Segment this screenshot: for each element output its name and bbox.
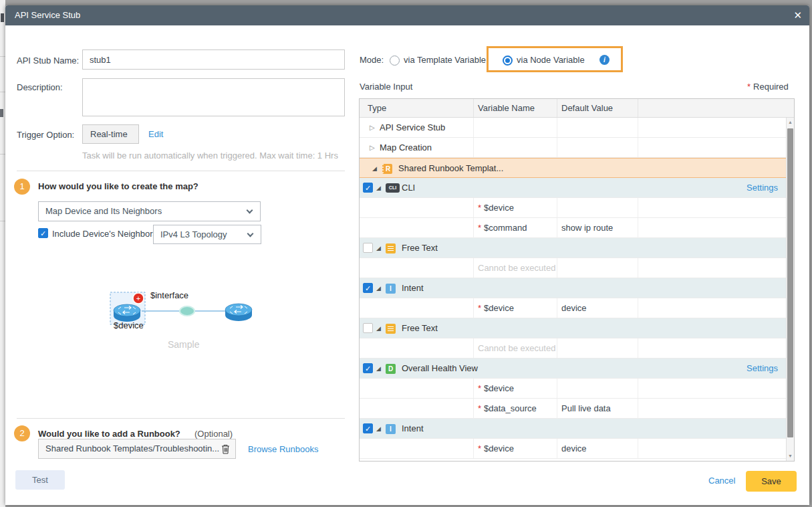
row-checkbox[interactable]: ✓ (363, 283, 373, 293)
required-star: * (478, 383, 481, 393)
info-icon[interactable]: i (599, 55, 610, 65)
table-row: *$devicedevice (360, 439, 787, 459)
table-row: ✓◢IIntent (360, 419, 787, 439)
collapse-toggle-icon[interactable]: ▷ (370, 138, 375, 158)
dialog-title: API Service Stub (15, 5, 80, 25)
column-header: Type (360, 99, 474, 117)
description-label: Description: (17, 82, 63, 92)
api-stub-name-input[interactable] (82, 49, 345, 70)
optional-label: (Optional) (194, 429, 233, 439)
trigger-edit-link[interactable]: Edit (148, 129, 163, 139)
mode-radio-node-variable[interactable] (503, 56, 513, 66)
device-variable-label: $device (114, 320, 144, 330)
trigger-option-label: Trigger Option: (17, 130, 74, 140)
scroll-down-arrow[interactable]: ▼ (787, 451, 794, 461)
row-settings-link[interactable]: Settings (747, 359, 778, 379)
include-neighbors-checkbox[interactable]: ✓ (38, 228, 48, 238)
mode-label: Mode: (360, 55, 384, 65)
variable-name: $device (484, 383, 514, 393)
close-icon[interactable]: ✕ (793, 5, 802, 25)
interface-variable-label: $interface (150, 290, 188, 300)
device-router-icon[interactable] (114, 304, 140, 322)
group-row-label: API Service Stub (380, 118, 445, 138)
chevron-down-icon (247, 231, 254, 237)
scroll-up-arrow[interactable]: ▲ (787, 118, 794, 127)
variable-input-table: TypeVariable NameDefault Value ▷API Serv… (359, 98, 795, 462)
required-star: * (478, 303, 481, 313)
expand-toggle-icon[interactable]: ◢ (376, 278, 381, 298)
background-page-strip (0, 0, 5, 507)
table-row: ◢Free Text (360, 238, 787, 258)
health-icon: D (386, 364, 396, 374)
runbook-field[interactable]: Shared Runbook Templates/Troubleshootin.… (38, 439, 236, 459)
row-settings-link[interactable]: Settings (747, 178, 778, 198)
row-checkbox[interactable] (363, 243, 373, 253)
expand-toggle-icon[interactable]: ◢ (372, 159, 377, 179)
collapse-toggle-icon[interactable]: ▷ (370, 118, 375, 138)
topology-select[interactable]: IPv4 L3 Topology (153, 225, 261, 244)
trash-icon[interactable] (221, 444, 230, 454)
expand-toggle-icon[interactable]: ◢ (376, 238, 381, 258)
required-legend: *Required (747, 82, 789, 92)
expand-toggle-icon[interactable]: ◢ (376, 318, 381, 338)
required-star: * (747, 82, 751, 92)
table-row: ▷API Service Stub (360, 118, 787, 138)
row-checkbox[interactable] (363, 323, 373, 333)
test-button[interactable]: Test (15, 470, 65, 490)
intent-icon: I (386, 284, 396, 294)
map-type-select[interactable]: Map Device and Its Neighbors (38, 201, 261, 221)
column-header (638, 99, 794, 117)
svg-text:+: + (136, 294, 140, 302)
step-2-badge: 2 (14, 425, 30, 441)
table-row: Cannot be executed (360, 258, 787, 278)
mode-radio-template-variable[interactable] (390, 56, 400, 66)
row-checkbox[interactable]: ✓ (363, 423, 373, 433)
variable-name: $command (484, 223, 527, 233)
node-row-label: CLI (402, 178, 415, 198)
api-service-stub-dialog: API Service Stub ✕ API Stub Name: Descri… (5, 5, 809, 505)
default-value: device (557, 439, 638, 458)
table-body: ▷API Service Stub▷Map Creation◢RShared R… (360, 118, 787, 461)
table-row: ◢Free Text (360, 318, 787, 338)
table-row: *$device (360, 379, 787, 399)
chevron-down-icon (247, 207, 253, 214)
note-text: Cannot be executed (474, 338, 557, 358)
expand-toggle-icon[interactable]: ◢ (376, 178, 381, 198)
expand-toggle-icon[interactable]: ◢ (376, 419, 381, 439)
step-1-badge: 1 (14, 179, 30, 195)
description-input[interactable] (82, 78, 345, 116)
table-row: ✓◢CLICLISettings (360, 178, 787, 198)
neighbor-router-icon[interactable] (225, 304, 252, 321)
dialog-titlebar: API Service Stub ✕ (5, 5, 809, 25)
mode-node-variable-label[interactable]: via Node Variable (517, 55, 585, 65)
table-header: TypeVariable NameDefault Value (360, 99, 794, 118)
row-checkbox[interactable]: ✓ (363, 363, 373, 373)
table-scrollbar[interactable]: ▲ ▼ (786, 118, 794, 461)
node-row-label: Intent (402, 278, 424, 298)
note-text: Cannot be executed (474, 258, 557, 278)
freetext-icon (386, 324, 396, 334)
template-row-label: Shared Runbook Templat... (398, 159, 503, 179)
mode-template-variable-label[interactable]: via Template Variable (404, 55, 486, 65)
variable-name: $device (484, 203, 514, 213)
table-row: *$data_sourcePull live data regularly (360, 399, 787, 419)
table-row: *$devicedevice (360, 298, 787, 318)
sample-caption: Sample (168, 339, 199, 350)
browse-runbooks-link[interactable]: Browse Runbooks (248, 444, 319, 454)
interface-node[interactable] (180, 306, 194, 316)
expand-toggle-icon[interactable]: ◢ (376, 359, 381, 379)
table-row: ▷Map Creation (360, 138, 787, 158)
save-button[interactable]: Save (746, 471, 797, 492)
node-row-label: Overall Health View (402, 359, 478, 379)
table-row: *$device (360, 198, 787, 218)
table-row: Cannot be executed (360, 338, 787, 359)
table-row: ✓◢IIntent (360, 278, 787, 298)
required-star: * (478, 203, 481, 213)
runbook-value: Shared Runbook Templates/Troubleshootin.… (45, 443, 219, 453)
divider (17, 418, 345, 419)
divider (17, 171, 345, 171)
freetext-icon (386, 243, 396, 254)
row-checkbox[interactable]: ✓ (363, 183, 373, 193)
cancel-button[interactable]: Cancel (708, 476, 735, 486)
scroll-thumb[interactable] (787, 128, 793, 437)
